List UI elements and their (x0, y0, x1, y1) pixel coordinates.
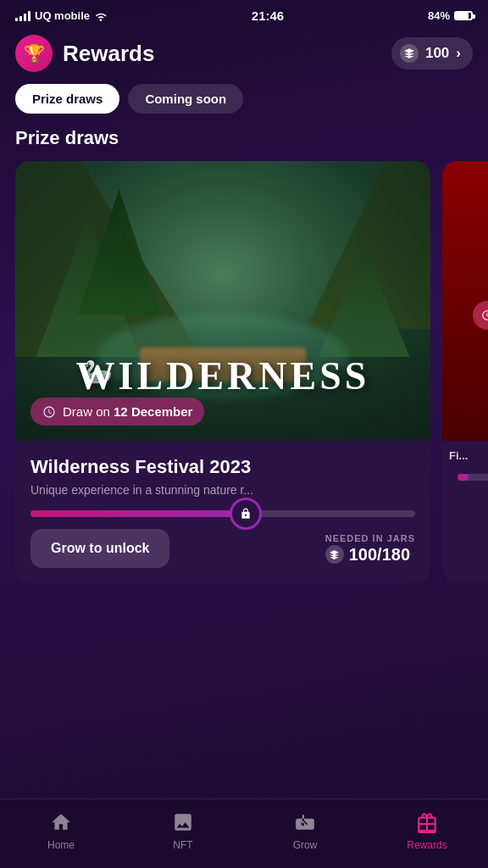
jar-count-button[interactable]: 100 › (391, 37, 473, 70)
preview-image: C (442, 161, 488, 441)
nav-label-home: Home (47, 839, 75, 851)
lock-icon (240, 508, 252, 520)
clock-icon (42, 405, 56, 419)
tabs-container: Prize draws Coming soon (0, 84, 488, 127)
jar-icon (400, 44, 419, 63)
progress-thumb (230, 498, 262, 530)
bottom-nav: Home NFT Grow Rewards (0, 798, 488, 868)
page-title: Rewards (63, 41, 154, 67)
prize-card-preview[interactable]: C Fi... (442, 161, 488, 583)
nav-label-nft: NFT (173, 839, 192, 851)
jars-needed: NEEDED IN JARS 100/180 (325, 533, 415, 565)
status-right: 84% (428, 9, 473, 22)
section-title: Prize draws (0, 127, 488, 161)
card-description: Unique experience in a stunning nature r… (30, 483, 415, 497)
status-bar: UQ mobile 21:46 84% (0, 0, 488, 28)
header-left: 🏆 Rewards (15, 35, 154, 72)
header: 🏆 Rewards 100 › (0, 28, 488, 84)
trophy-badge: 🏆 (15, 35, 53, 72)
preview-clock-icon (481, 309, 488, 321)
card-title: Wilderness Festival 2023 (30, 456, 415, 478)
cards-container: 🦢 WILDERNESS Draw on 12 December Wildern… (0, 161, 488, 583)
nav-item-nft[interactable]: NFT (158, 810, 208, 851)
jars-count: 100/180 (325, 545, 415, 565)
wifi-icon (94, 11, 108, 21)
nav-label-grow: Grow (293, 839, 318, 851)
jars-count-icon (325, 545, 344, 564)
progress-wrapper (30, 510, 415, 517)
rewards-icon (414, 810, 440, 835)
card-wilderness-title: WILDERNESS (15, 353, 430, 398)
nav-item-grow[interactable]: Grow (280, 810, 330, 851)
progress-fill (30, 510, 246, 517)
trophy-icon: 🏆 (24, 43, 45, 64)
battery-percent: 84% (428, 9, 450, 22)
nav-label-rewards: Rewards (407, 839, 446, 851)
tab-coming-soon[interactable]: Coming soon (128, 84, 243, 114)
preview-title: Fi... (449, 449, 488, 462)
nft-icon (170, 810, 196, 835)
grow-to-unlock-button[interactable]: Grow to unlock (30, 529, 169, 568)
card-bottom: Grow to unlock NEEDED IN JARS 100/180 (30, 529, 415, 568)
jar-count-value: 100 (425, 45, 449, 62)
signal-bars (15, 10, 30, 21)
jars-count-value: 100/180 (349, 545, 410, 565)
nav-item-rewards[interactable]: Rewards (402, 810, 452, 851)
card-image-wrapper: 🦢 WILDERNESS Draw on 12 December (15, 161, 430, 441)
jar-count-arrow: › (456, 45, 461, 62)
battery-icon (454, 11, 473, 20)
jars-needed-label: NEEDED IN JARS (325, 533, 415, 543)
card-content: Wilderness Festival 2023 Unique experien… (15, 441, 430, 583)
prize-card-wilderness: 🦢 WILDERNESS Draw on 12 December Wildern… (15, 161, 430, 583)
grow-icon (292, 810, 318, 835)
nav-item-home[interactable]: Home (36, 810, 86, 851)
progress-track (30, 510, 415, 517)
status-left: UQ mobile (15, 9, 108, 22)
carrier-label: UQ mobile (35, 9, 90, 22)
draw-date-badge: Draw on 12 December (30, 398, 204, 426)
preview-progress (458, 474, 488, 481)
tab-prize-draws[interactable]: Prize draws (15, 84, 119, 114)
home-icon (48, 810, 74, 835)
draw-date-text: Draw on 12 December (63, 404, 192, 419)
time-display: 21:46 (252, 8, 284, 23)
